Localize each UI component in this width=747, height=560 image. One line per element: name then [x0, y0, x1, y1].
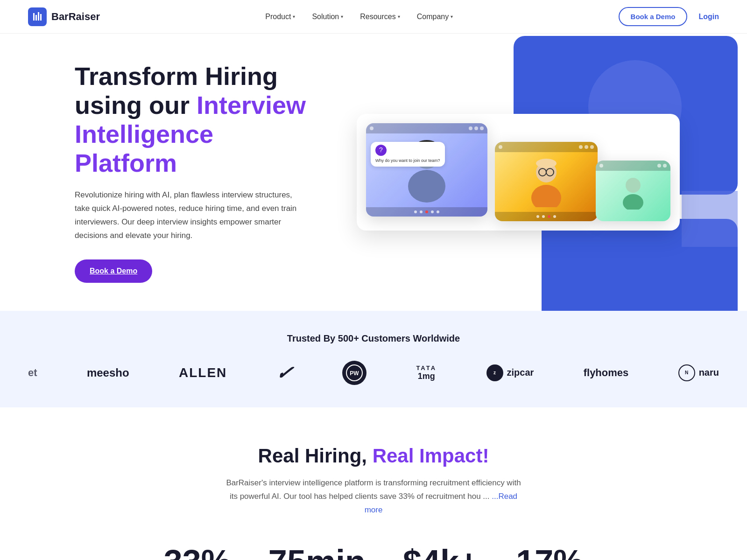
video-card-1-inner: ? Why do you want to join our team? [366, 123, 487, 217]
vc-2-toolbar [495, 142, 598, 152]
vc-2-bdot2 [542, 215, 545, 218]
vc-1-bdot-red [425, 210, 428, 213]
svg-rect-3 [40, 14, 42, 21]
real-hiring-description: BarRaiser's interview intelligence platf… [224, 476, 523, 517]
nav-solution[interactable]: Solution ▾ [312, 13, 343, 21]
logo-allen: ALLEN [179, 365, 227, 380]
vc-3-dot-r1 [657, 164, 661, 168]
vc-3-dots-right [657, 164, 667, 168]
stat-17: 17% [516, 545, 583, 560]
hero-title-line1: Transform Hiring [75, 62, 278, 90]
svg-rect-1 [35, 15, 37, 21]
stat-75-value: 75min [268, 545, 366, 560]
blue-notch-decoration [682, 191, 738, 247]
company-chevron-icon: ▾ [451, 14, 453, 19]
logo-pw: PW [342, 361, 366, 385]
logo-flyhomes: flyhomes [584, 367, 629, 379]
product-chevron-icon: ▾ [293, 14, 295, 19]
nav-product[interactable]: Product ▾ [265, 13, 295, 21]
logo-icon [28, 7, 47, 26]
stat-33: 33% [164, 545, 231, 560]
barraiser-logo-svg [32, 11, 43, 22]
chat-bubble-overlay: ? Why do you want to join our team? [371, 142, 445, 167]
vc-3-toolbar [596, 161, 670, 171]
vc-3-dot [599, 164, 603, 168]
vc-1-bdot4 [437, 210, 439, 213]
vc-1-dots-right [469, 126, 484, 130]
naru-circle: N [678, 364, 695, 381]
real-hiring-title: Real Hiring, Real Impact! [28, 445, 719, 467]
svg-point-11 [531, 185, 561, 207]
vc-3-dot-r2 [663, 164, 667, 168]
hero-title-line2: using our [75, 91, 197, 119]
zipcar-circle: z [486, 364, 503, 381]
person-2-svg [528, 156, 565, 207]
book-demo-button-header[interactable]: Book a Demo [619, 7, 688, 26]
vc-1-dot [370, 126, 374, 130]
pw-logo-svg: PW [346, 364, 363, 381]
vc-1-bottom-bar [366, 207, 487, 217]
video-card-3 [596, 161, 670, 221]
video-card-1: ? Why do you want to join our team? [366, 123, 487, 217]
vc-1-dot-r1 [469, 126, 472, 130]
logo-meesho: meesho [87, 366, 129, 379]
vc-2-dot-r3 [590, 145, 594, 149]
resources-chevron-icon: ▾ [398, 14, 400, 19]
hero-description: Revolutionize hiring with AI, plan flawl… [75, 189, 299, 243]
vc-1-toolbar [366, 123, 487, 133]
main-nav: Product ▾ Solution ▾ Resources ▾ Company… [265, 13, 453, 21]
chat-bubble-text: Why do you want to join our team? [375, 158, 440, 164]
logo-zipcar: z zipcar [486, 364, 534, 381]
logos-row: et meesho ALLEN ✓ PW TATA 1mg z zipcar f… [28, 361, 719, 385]
logo-text: BarRaiser [51, 11, 100, 23]
vc-2-dot-r1 [579, 145, 583, 149]
video-card-2 [495, 142, 598, 221]
vc-1-dot-r2 [474, 126, 478, 130]
vc-2-bottom-bar [495, 212, 598, 221]
naru-text: naru [699, 367, 719, 378]
logo-tata1mg: TATA 1mg [416, 364, 437, 381]
zipcar-text: zipcar [507, 367, 534, 378]
video-cards-panel: ? Why do you want to join our team? [357, 114, 680, 231]
trusted-title: Trusted By 500+ Customers Worldwide [28, 333, 719, 344]
video-cards-container: ? Why do you want to join our team? [357, 114, 680, 231]
real-hiring-section: Real Hiring, Real Impact! BarRaiser's in… [0, 407, 747, 560]
nav-company[interactable]: Company ▾ [417, 13, 453, 21]
svg-text:PW: PW [350, 370, 359, 377]
svg-rect-0 [33, 13, 35, 21]
stat-33-value: 33% [164, 545, 231, 560]
stat-17-value: 17% [516, 545, 583, 560]
svg-point-5 [408, 170, 445, 203]
vc-2-dots-right [579, 145, 594, 149]
logo[interactable]: BarRaiser [28, 7, 100, 26]
video-card-3-inner [596, 161, 670, 221]
real-hiring-title-highlight: Real Impact! [373, 445, 489, 467]
login-button[interactable]: Login [698, 13, 719, 21]
tata-text: TATA [416, 364, 437, 371]
logo-et: et [28, 367, 37, 379]
stat-75: 75min [268, 545, 366, 560]
nav-resources[interactable]: Resources ▾ [360, 13, 400, 21]
hero-text: Transform Hiring using our Interview Int… [75, 62, 317, 283]
book-demo-button-hero[interactable]: Book a Demo [75, 259, 152, 283]
vc-2-dot [499, 145, 502, 149]
hero-section: Transform Hiring using our Interview Int… [0, 34, 747, 311]
svg-rect-2 [38, 12, 39, 21]
hero-visual: ? Why do you want to join our team? [317, 70, 719, 275]
svg-point-16 [626, 178, 641, 193]
hero-title: Transform Hiring using our Interview Int… [75, 62, 317, 177]
real-hiring-desc-text: BarRaiser's interview intelligence platf… [226, 478, 521, 501]
header-actions: Book a Demo Login [619, 7, 719, 26]
logo-naru: N naru [678, 364, 719, 381]
person-3-svg [619, 172, 647, 210]
vc-1-bdot3 [431, 210, 434, 213]
vc-1-bdot1 [414, 210, 417, 213]
stat-4k: $4k+ [403, 545, 479, 560]
chat-bubble-icon: ? [375, 145, 387, 156]
vc-2-bdot3 [553, 215, 556, 218]
logo-nike: ✓ [274, 362, 296, 384]
solution-chevron-icon: ▾ [341, 14, 343, 19]
vc-2-bdot-red [548, 215, 550, 218]
vc-2-bdot1 [536, 215, 539, 218]
site-header: BarRaiser Product ▾ Solution ▾ Resources… [0, 0, 747, 34]
